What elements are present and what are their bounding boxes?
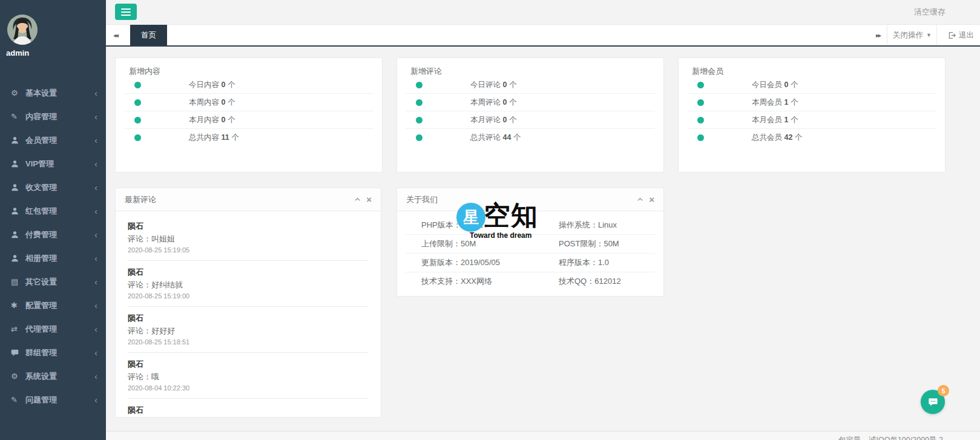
card-title: 新增评论	[397, 58, 663, 76]
stat-value: 0	[502, 98, 507, 107]
stat-text: 本月会员 1 个	[752, 115, 798, 125]
sidebar-item-question-management[interactable]: ✎问题管理‹	[0, 388, 106, 412]
card-title: 新增会员	[679, 58, 945, 76]
about-value: 50M	[603, 239, 619, 248]
about-row: 更新版本：2019/05/05程序版本：1.0	[406, 254, 655, 272]
green-dot-icon	[134, 99, 141, 106]
about-value: 50M	[461, 239, 476, 248]
sidebar-item-label: 系统设置	[25, 371, 94, 382]
latest-comments-panel: 最新评论 × 陨石评论：叫姐姐2020-08-25 15:19:05陨石评论：好…	[115, 188, 381, 418]
chevron-down-icon: ▼	[926, 32, 932, 38]
green-dot-icon	[134, 82, 141, 88]
about-cell: 上传限制：50M	[406, 238, 543, 249]
close-icon[interactable]: ×	[366, 195, 372, 204]
stat-cards-row: 新增内容今日内容 0 个本周内容 0 个本月内容 0 个总共内容 11 个新增评…	[115, 57, 945, 172]
collapse-icon[interactable]	[354, 196, 361, 203]
sidebar-item-basic-settings[interactable]: ⚙基本设置‹	[0, 81, 106, 105]
logout-button[interactable]: 退出	[948, 25, 974, 45]
close-operations-label: 关闭操作	[893, 30, 923, 41]
sidebar-item-other-settings[interactable]: ▤其它设置‹	[0, 270, 106, 294]
green-dot-icon	[697, 99, 704, 106]
close-operations-dropdown[interactable]: 关闭操作 ▼	[893, 25, 932, 45]
close-icon[interactable]: ×	[649, 195, 654, 204]
sidebar-item-label: 代理管理	[25, 324, 94, 335]
sidebar-item-member-management[interactable]: 会员管理‹	[0, 128, 106, 152]
sidebar-item-album-management[interactable]: 相册管理‹	[0, 246, 106, 270]
stat-value: 0	[502, 116, 507, 124]
sidebar-item-label: 收支管理	[25, 182, 94, 193]
green-dot-icon	[697, 82, 704, 88]
user-icon	[11, 136, 25, 144]
comment-item: 陨石评论：哦2020-08-04 10:22:30	[128, 353, 369, 399]
comment-author: 陨石	[128, 267, 369, 278]
tab-home[interactable]: 首页	[130, 25, 167, 45]
comment-item: 陨石评论：好好好2020-08-25 15:18:51	[128, 307, 369, 353]
comment-timestamp: 2020-08-25 15:18:51	[128, 338, 369, 346]
about-label: 程序版本：	[559, 258, 598, 267]
green-dot-icon	[416, 99, 423, 106]
notification-badge[interactable]: 5	[938, 385, 949, 396]
about-us-panel: 关于我们 × PHP版本：7.3.31操作系统：Linux上传限制：50MPOS…	[396, 188, 664, 297]
about-cell: 操作系统：Linux	[543, 220, 655, 231]
sidebar-item-label: 群组管理	[25, 347, 94, 358]
panel-tools: ×	[354, 195, 372, 204]
chevron-left-icon: ‹	[94, 112, 97, 121]
topbar: 清空缓存	[106, 0, 980, 24]
sidebar-item-redpacket-management[interactable]: 红包管理‹	[0, 199, 106, 223]
hamburger-menu-button[interactable]	[115, 4, 137, 20]
stat-card: 新增内容今日内容 0 个本周内容 0 个本月内容 0 个总共内容 11 个	[115, 57, 383, 172]
comment-author: 陨石	[128, 405, 369, 416]
comment-timestamp: 2020-08-04 10:22:30	[128, 384, 369, 392]
stat-value: 11	[221, 133, 229, 142]
chevron-left-icon: ‹	[94, 395, 97, 404]
about-value: 2019/05/05	[461, 258, 500, 267]
user-icon	[11, 160, 25, 168]
panel-title: 最新评论	[125, 194, 354, 205]
clear-cache-button[interactable]: 清空缓存	[914, 7, 945, 18]
sidebar-item-finance-management[interactable]: 收支管理‹	[0, 176, 106, 199]
about-label: 更新版本：	[421, 258, 461, 267]
exchange-icon: ⇄	[11, 324, 25, 333]
comment-icon	[11, 349, 25, 356]
stat-row: 总共内容 11 个	[124, 129, 373, 146]
sidebar-item-label: 基本设置	[25, 88, 94, 99]
stat-text: 本周评论 0 个	[470, 97, 516, 108]
sidebar-item-system-settings[interactable]: ⚙系统设置‹	[0, 364, 106, 388]
scroll-tabs-left-icon[interactable]: ◂◂	[107, 25, 123, 45]
stat-value: 0	[502, 80, 507, 89]
gear-icon: ⚙	[11, 88, 25, 97]
stat-row: 总共评论 44 个	[406, 129, 655, 146]
sidebar: admin ⚙基本设置‹✎内容管理‹会员管理‹VIP管理‹收支管理‹红包管理‹付…	[0, 0, 106, 440]
stat-text: 本月内容 0 个	[189, 115, 235, 125]
stat-text: 本月评论 0 个	[470, 115, 516, 125]
avatar[interactable]	[7, 15, 38, 45]
sidebar-item-label: 其它设置	[25, 277, 94, 287]
stat-text: 今日内容 0 个	[189, 80, 235, 90]
asterisk-icon: ✱	[11, 301, 25, 310]
sidebar-item-vip-management[interactable]: VIP管理‹	[0, 152, 106, 176]
stat-row: 本月评论 0 个	[406, 111, 655, 129]
sidebar-item-agent-management[interactable]: ⇄代理管理‹	[0, 317, 106, 341]
chevron-left-icon: ‹	[94, 324, 97, 333]
admin-dashboard: admin ⚙基本设置‹✎内容管理‹会员管理‹VIP管理‹收支管理‹红包管理‹付…	[0, 0, 980, 440]
sidebar-item-group-management[interactable]: 群组管理‹	[0, 341, 106, 364]
sidebar-item-payment-management[interactable]: 付费管理‹	[0, 223, 106, 246]
card-title: 新增内容	[116, 58, 382, 76]
sidebar-item-label: 相册管理	[25, 253, 94, 264]
chevron-left-icon: ‹	[94, 88, 97, 97]
sidebar-item-label: 会员管理	[25, 135, 94, 146]
sidebar-item-label: 红包管理	[25, 206, 94, 217]
stat-value: 0	[784, 80, 788, 89]
collapse-icon[interactable]	[637, 196, 643, 203]
stat-row: 本月内容 0 个	[124, 111, 373, 129]
sidebar-item-content-management[interactable]: ✎内容管理‹	[0, 105, 106, 128]
sidebar-item-config-management[interactable]: ✱配置管理‹	[0, 294, 106, 317]
scroll-tabs-right-icon[interactable]: ▸▸	[870, 25, 886, 45]
sidebar-menu: ⚙基本设置‹✎内容管理‹会员管理‹VIP管理‹收支管理‹红包管理‹付费管理‹相册…	[0, 81, 106, 412]
user-icon	[11, 207, 25, 215]
stat-row: 今日内容 0 个	[124, 76, 373, 94]
panel-tools: ×	[637, 195, 654, 204]
chevron-left-icon: ‹	[94, 372, 97, 381]
about-row: PHP版本：7.3.31操作系统：Linux	[406, 216, 655, 235]
about-value: XXX网络	[461, 277, 492, 286]
